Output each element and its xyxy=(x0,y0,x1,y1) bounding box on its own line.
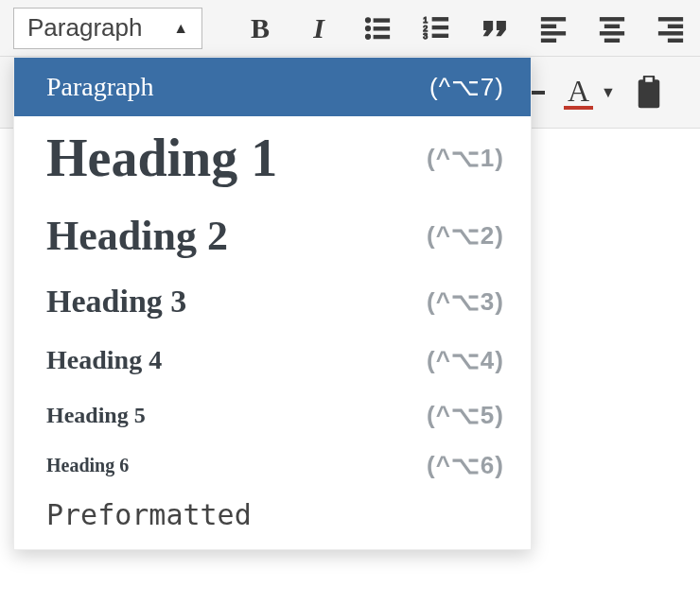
bold-icon: B xyxy=(251,12,270,44)
svg-rect-7 xyxy=(432,17,447,20)
svg-rect-14 xyxy=(542,31,566,34)
italic-icon: I xyxy=(313,12,324,44)
align-right-icon xyxy=(656,14,685,43)
format-option-shortcut: (^⌥1) xyxy=(427,144,504,173)
svg-point-4 xyxy=(366,34,371,39)
align-right-button[interactable] xyxy=(641,0,700,57)
format-option-label: Heading 6 xyxy=(46,455,129,476)
svg-rect-17 xyxy=(605,25,620,27)
svg-text:3: 3 xyxy=(423,31,428,41)
format-dropdown: Paragraph(^⌥7)Heading 1(^⌥1)Heading 2(^⌥… xyxy=(13,57,532,550)
svg-rect-13 xyxy=(542,25,556,27)
svg-rect-22 xyxy=(659,31,683,34)
format-option-shortcut: (^⌥5) xyxy=(427,401,504,430)
numbered-list-icon: 1 2 3 xyxy=(422,14,450,43)
italic-button[interactable]: I xyxy=(289,0,348,57)
svg-rect-20 xyxy=(659,17,683,20)
text-color-icon: A xyxy=(564,76,593,110)
format-option-label: Preformatted xyxy=(46,498,252,531)
format-option[interactable]: Preformatted xyxy=(14,489,531,540)
svg-point-2 xyxy=(366,26,371,30)
format-option[interactable]: Heading 6(^⌥6) xyxy=(14,441,531,489)
caret-down-icon: ▼ xyxy=(601,84,616,101)
svg-rect-5 xyxy=(374,35,389,38)
format-option-shortcut: (^⌥2) xyxy=(427,221,504,251)
svg-rect-19 xyxy=(605,39,620,42)
svg-rect-12 xyxy=(542,17,566,20)
svg-rect-25 xyxy=(644,76,654,83)
svg-rect-23 xyxy=(669,39,683,42)
svg-rect-9 xyxy=(432,26,447,28)
bold-button[interactable]: B xyxy=(231,0,289,57)
format-option-label: Paragraph xyxy=(46,72,154,102)
svg-rect-3 xyxy=(374,26,389,29)
format-select[interactable]: Paragraph ▲ xyxy=(13,8,202,49)
align-center-button[interactable] xyxy=(583,0,641,57)
align-center-icon xyxy=(598,14,626,43)
numbered-list-button[interactable]: 1 2 3 xyxy=(407,0,465,57)
svg-rect-15 xyxy=(542,39,556,42)
format-option[interactable]: Heading 4(^⌥4) xyxy=(14,332,531,389)
align-left-icon xyxy=(539,14,568,43)
format-option-label: Heading 2 xyxy=(46,212,228,260)
svg-rect-21 xyxy=(669,25,683,27)
clipboard-icon xyxy=(635,76,663,110)
svg-rect-1 xyxy=(374,19,389,22)
paste-button[interactable] xyxy=(635,76,663,110)
format-option[interactable]: Heading 2(^⌥2) xyxy=(14,199,531,271)
format-option-shortcut: (^⌥6) xyxy=(427,451,504,480)
format-option[interactable]: Heading 3(^⌥3) xyxy=(14,271,531,332)
format-option-shortcut: (^⌥7) xyxy=(429,73,504,102)
align-left-button[interactable] xyxy=(524,0,583,57)
svg-rect-16 xyxy=(601,17,624,20)
format-option-label: Heading 5 xyxy=(46,403,146,428)
bulleted-list-icon xyxy=(363,14,392,43)
blockquote-button[interactable] xyxy=(465,0,524,57)
quote-icon xyxy=(481,14,509,43)
format-option[interactable]: Paragraph(^⌥7) xyxy=(14,58,531,116)
format-select-label: Paragraph xyxy=(27,13,142,43)
format-option[interactable]: Heading 5(^⌥5) xyxy=(14,389,531,441)
format-option-label: Heading 3 xyxy=(46,284,186,320)
format-option-shortcut: (^⌥3) xyxy=(427,287,504,317)
format-option[interactable]: Heading 1(^⌥1) xyxy=(14,116,531,199)
text-color-button[interactable]: A ▼ xyxy=(564,76,616,110)
toolbar-row-1: Paragraph ▲ B I 1 2 3 xyxy=(0,0,700,57)
caret-up-icon: ▲ xyxy=(173,20,188,37)
format-option-label: Heading 4 xyxy=(46,345,162,375)
format-option-shortcut: (^⌥4) xyxy=(427,346,504,375)
svg-rect-18 xyxy=(601,31,624,34)
svg-rect-11 xyxy=(432,34,447,37)
format-option-label: Heading 1 xyxy=(46,128,277,188)
svg-point-0 xyxy=(366,17,371,22)
bulleted-list-button[interactable] xyxy=(348,0,407,57)
